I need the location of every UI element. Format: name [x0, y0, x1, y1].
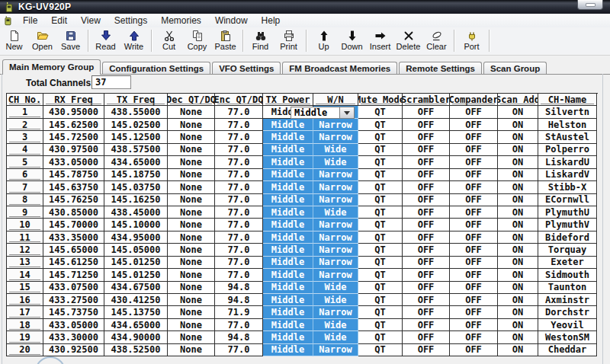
grid-cell[interactable]: OFF — [403, 131, 450, 143]
grid-cell[interactable]: 430.85000 — [43, 206, 104, 219]
grid-cell[interactable]: OFF — [403, 181, 450, 193]
grid-cell[interactable]: 438.55000 — [104, 106, 168, 118]
grid-cell[interactable]: None — [168, 219, 215, 231]
grid-cell[interactable]: 145.01250 — [104, 257, 168, 269]
grid-cell[interactable]: Narrow — [313, 219, 358, 231]
grid-cell[interactable]: 145.01250 — [104, 269, 168, 281]
grid-cell[interactable]: 430.41250 — [104, 294, 168, 306]
grid-cell[interactable]: QT — [358, 206, 403, 219]
grid-cell[interactable]: ON — [498, 244, 538, 256]
grid-cell[interactable]: PlymuthV — [538, 219, 597, 231]
grid-cell[interactable]: None — [168, 331, 215, 343]
grid-cell[interactable]: 145.10000 — [104, 219, 168, 231]
grid-cell[interactable]: Narrow — [313, 244, 358, 256]
grid-cell[interactable]: Middle — [263, 344, 313, 356]
grid-cell[interactable]: Middle — [263, 181, 313, 193]
grid-cell[interactable]: Polperro — [538, 144, 597, 156]
grid-cell[interactable]: None — [168, 131, 215, 143]
grid-cell[interactable]: 433.05000 — [43, 319, 104, 331]
grid-cell[interactable]: None — [168, 156, 215, 168]
grid-cell[interactable]: OFF — [450, 331, 498, 343]
grid-cell[interactable]: Middle — [263, 119, 313, 131]
grid-cell[interactable]: 433.05000 — [43, 156, 104, 168]
grid-cell[interactable]: 145.72500 — [43, 131, 104, 143]
menu-edit[interactable]: Edit — [44, 14, 74, 27]
grid-cell[interactable]: QT — [358, 156, 403, 168]
grid-cell[interactable]: 434.95000 — [104, 231, 168, 244]
grid-cell[interactable]: OFF — [403, 306, 450, 318]
grid-cell[interactable]: Middle — [263, 257, 313, 269]
grid-cell[interactable]: OFF — [450, 319, 498, 331]
grid-cell[interactable]: 433.30000 — [43, 331, 104, 343]
grid-cell[interactable]: OFF — [403, 119, 450, 131]
copy-button[interactable]: Copy — [183, 29, 211, 52]
grid-cell[interactable]: Narrow — [313, 131, 358, 143]
grid-cell[interactable]: ON — [498, 319, 538, 331]
grid-cell[interactable]: Wide — [313, 294, 358, 306]
grid-cell[interactable]: 77.0 — [215, 119, 263, 131]
grid-cell[interactable]: 145.78750 — [43, 169, 104, 181]
grid-cell[interactable]: OFF — [403, 319, 450, 331]
open-button[interactable]: Open — [28, 29, 56, 52]
grid-cell[interactable]: ON — [498, 131, 538, 143]
grid-cell[interactable]: Exeter — [538, 257, 597, 269]
grid-cell[interactable]: 77.0 — [215, 244, 263, 256]
grid-cell[interactable]: OFF — [403, 194, 450, 206]
grid-cell[interactable]: 77.0 — [215, 131, 263, 143]
grid-cell[interactable]: 94.8 — [215, 294, 263, 306]
grid-cell[interactable]: OFF — [450, 156, 498, 168]
grid-cell[interactable]: 145.05000 — [104, 244, 168, 256]
grid-cell[interactable]: None — [168, 206, 215, 219]
grid-cell[interactable]: 77.0 — [215, 257, 263, 269]
grid-cell[interactable]: QT — [358, 106, 403, 118]
grid-cell[interactable]: OFF — [450, 106, 498, 118]
grid-cell[interactable]: Middle — [263, 331, 313, 343]
grid-cell[interactable]: 145.13750 — [104, 306, 168, 318]
grid-cell[interactable]: Yeovil — [538, 319, 597, 331]
grid-cell[interactable]: OFF — [403, 156, 450, 168]
grid-cell[interactable]: 433.35000 — [43, 231, 104, 244]
grid-cell[interactable]: Narrow — [313, 194, 358, 206]
delete-button[interactable]: Delete — [394, 29, 422, 52]
grid-cell[interactable]: 434.90000 — [104, 331, 168, 343]
grid-cell[interactable]: QT — [358, 282, 403, 294]
grid-cell[interactable]: 433.07500 — [43, 282, 104, 294]
grid-cell[interactable]: 71.9 — [215, 306, 263, 318]
menu-help[interactable]: Help — [255, 14, 287, 27]
grid-cell[interactable]: OFF — [403, 344, 450, 356]
grid-cell[interactable]: LiskardV — [538, 169, 597, 181]
grid-cell[interactable]: Middle — [263, 219, 313, 231]
read-button[interactable]: Read — [92, 29, 120, 52]
menu-file[interactable]: File — [16, 14, 44, 27]
grid-cell[interactable]: Middle — [263, 194, 313, 206]
grid-cell[interactable]: Dorchstr — [538, 306, 597, 318]
grid-cell[interactable]: Middle — [263, 319, 313, 331]
grid-cell[interactable]: 145.70000 — [43, 219, 104, 231]
grid-cell[interactable]: Middle — [263, 294, 313, 306]
grid-cell[interactable]: OFF — [450, 231, 498, 244]
grid-cell[interactable]: Middle — [263, 306, 313, 318]
grid-cell[interactable]: ON — [498, 257, 538, 269]
tab-configuration-settings[interactable]: Configuration Settings — [102, 62, 210, 74]
grid-cell[interactable]: OFF — [403, 294, 450, 306]
grid-cell[interactable]: OFF — [403, 169, 450, 181]
minimize-button[interactable] — [577, 0, 603, 10]
tab-fm-broadcast-memories[interactable]: FM Broadcast Memories — [282, 62, 397, 74]
grid-cell[interactable]: OFF — [450, 131, 498, 143]
grid-cell[interactable]: OFF — [403, 144, 450, 156]
grid-cell[interactable]: Narrow — [313, 269, 358, 281]
grid-cell[interactable]: None — [168, 169, 215, 181]
grid-cell[interactable]: 145.71250 — [43, 269, 104, 281]
cell-editor-combobox[interactable]: Middle — [291, 107, 355, 119]
grid-cell[interactable]: QT — [358, 119, 403, 131]
grid-cell[interactable]: Cheddar — [538, 344, 597, 356]
grid-cell[interactable]: Middle — [263, 206, 313, 219]
grid-cell[interactable]: Silvertn — [538, 106, 597, 118]
grid-cell[interactable]: OFF — [403, 231, 450, 244]
grid-cell[interactable]: Axminstr — [538, 294, 597, 306]
grid-cell[interactable]: StAustel — [538, 131, 597, 143]
grid-cell[interactable]: OFF — [450, 144, 498, 156]
grid-cell[interactable]: Helston — [538, 119, 597, 131]
insert-button[interactable]: Insert — [366, 29, 394, 52]
grid-cell[interactable]: Wide — [313, 282, 358, 294]
